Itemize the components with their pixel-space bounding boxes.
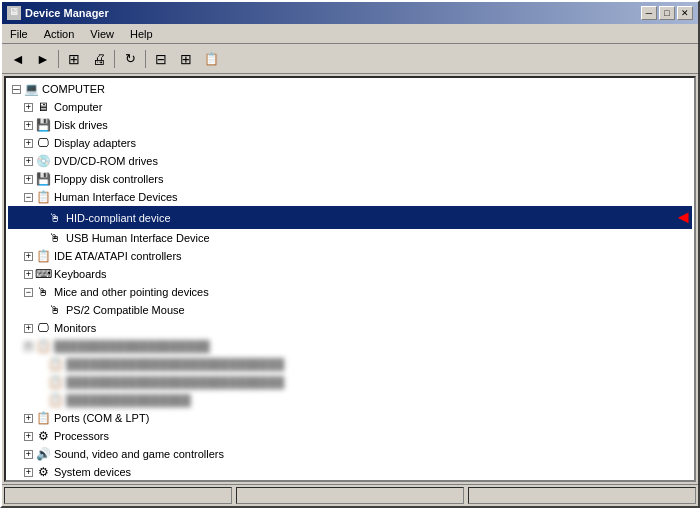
collapse-button[interactable]: ⊟ (149, 48, 173, 70)
item-icon-keyboards: ⌨ (35, 266, 51, 282)
status-pane-1 (4, 487, 232, 504)
item-icon-mice: 🖱 (35, 284, 51, 300)
status-pane-2 (236, 487, 464, 504)
tree-row-usb-hid[interactable]: 🖱USB Human Interface Device (8, 229, 692, 247)
tree-row-root[interactable]: ─ 💻 COMPUTER (8, 80, 692, 98)
tree-row-floppy[interactable]: +💾Floppy disk controllers (8, 170, 692, 188)
tree-row-usb[interactable]: +📋Universal Serial Bus controllers (8, 481, 692, 482)
expand-btn-dvd[interactable]: + (24, 157, 33, 166)
tree-item: +🔊Sound, video and game controllers (8, 445, 692, 463)
back-button[interactable]: ◄ (6, 48, 30, 70)
expand-placeholder (36, 378, 45, 387)
toolbar: ◄ ► ⊞ 🖨 ↻ ⊟ ⊞ 📋 (2, 44, 698, 74)
expand-btn-display[interactable]: + (24, 139, 33, 148)
tree-row-ps2mouse[interactable]: 🖱PS/2 Compatible Mouse (8, 301, 692, 319)
item-icon-processors: ⚙ (35, 428, 51, 444)
tree-row-hid[interactable]: −📋Human Interface Devices (8, 188, 692, 206)
expand-btn-floppy[interactable]: + (24, 175, 33, 184)
tree-item: +⚙Processors (8, 427, 692, 445)
tree-items: +🖥Computer+💾Disk drives+🖵Display adapter… (8, 98, 692, 482)
item-label-blurred2: ████████████████████████████ (66, 358, 692, 370)
tree-row-disk[interactable]: +💾Disk drives (8, 116, 692, 134)
expand-btn-ide[interactable]: + (24, 252, 33, 261)
item-label-sound: Sound, video and game controllers (54, 448, 692, 460)
maximize-button[interactable]: □ (659, 6, 675, 20)
view-tree-button[interactable]: ⊞ (62, 48, 86, 70)
tree-row-blurred4[interactable]: 📋████████████████ (8, 391, 692, 409)
device-manager-window: 🖥 Device Manager ─ □ ✕ File Action View … (0, 0, 700, 508)
item-icon-blurred2: 📋 (47, 356, 63, 372)
tree-row-keyboards[interactable]: +⌨Keyboards (8, 265, 692, 283)
expand-placeholder (36, 360, 45, 369)
expand-btn-hid[interactable]: − (24, 193, 33, 202)
tree-row-sound[interactable]: +🔊Sound, video and game controllers (8, 445, 692, 463)
tree-row-mice[interactable]: −🖱Mice and other pointing devices (8, 283, 692, 301)
expand-btn-ports[interactable]: + (24, 414, 33, 423)
item-icon-ports: 📋 (35, 410, 51, 426)
expand-btn-blurred1[interactable]: + (24, 342, 33, 351)
toolbar-separator-1 (58, 50, 59, 68)
forward-button[interactable]: ► (31, 48, 55, 70)
toolbar-separator-2 (114, 50, 115, 68)
tree-item: +⌨Keyboards (8, 265, 692, 283)
tree-item: 📋████████████████████████████ (8, 373, 692, 391)
tree-panel[interactable]: ─ 💻 COMPUTER +🖥Computer+💾Disk drives+🖵Di… (4, 76, 696, 482)
menu-help[interactable]: Help (122, 26, 161, 41)
tree-row-processors[interactable]: +⚙Processors (8, 427, 692, 445)
item-label-display: Display adapters (54, 137, 692, 149)
tree-row-monitors[interactable]: +🖵Monitors (8, 319, 692, 337)
expand-btn-mice[interactable]: − (24, 288, 33, 297)
root-expand-btn[interactable]: ─ (12, 85, 21, 94)
expand-btn-processors[interactable]: + (24, 432, 33, 441)
item-icon-sound: 🔊 (35, 446, 51, 462)
minimize-button[interactable]: ─ (641, 6, 657, 20)
tree-item: +📋IDE ATA/ATAPI controllers (8, 247, 692, 265)
tree-row-ide[interactable]: +📋IDE ATA/ATAPI controllers (8, 247, 692, 265)
root-computer-icon: 💻 (23, 81, 39, 97)
tree-row-display[interactable]: +🖵Display adapters (8, 134, 692, 152)
item-label-hid: Human Interface Devices (54, 191, 692, 203)
item-icon-ps2mouse: 🖱 (47, 302, 63, 318)
menu-view[interactable]: View (82, 26, 122, 41)
tree-row-ports[interactable]: +📋Ports (COM & LPT) (8, 409, 692, 427)
item-label-ide: IDE ATA/ATAPI controllers (54, 250, 692, 262)
tree-row-blurred1[interactable]: +📋████████████████████ (8, 337, 692, 355)
item-icon-monitors: 🖵 (35, 320, 51, 336)
tree-item: 🖱PS/2 Compatible Mouse (8, 301, 692, 319)
item-icon-usb-hid: 🖱 (47, 230, 63, 246)
expand-btn-sound[interactable]: + (24, 450, 33, 459)
close-button[interactable]: ✕ (677, 6, 693, 20)
tree-item: +📋████████████████████ (8, 337, 692, 355)
tree-row-hid-compliant[interactable]: 🖱HID-compliant device◄ (8, 206, 692, 229)
expand-btn-keyboards[interactable]: + (24, 270, 33, 279)
properties-button[interactable]: 📋 (199, 48, 223, 70)
tree-row-dvd[interactable]: +💿DVD/CD-ROM drives (8, 152, 692, 170)
expand-btn-system[interactable]: + (24, 468, 33, 477)
item-label-usb-hid: USB Human Interface Device (66, 232, 692, 244)
tree-row-computer[interactable]: +🖥Computer (8, 98, 692, 116)
root-label: COMPUTER (42, 83, 692, 95)
item-label-ports: Ports (COM & LPT) (54, 412, 692, 424)
expand-btn-computer[interactable]: + (24, 103, 33, 112)
menu-action[interactable]: Action (36, 26, 83, 41)
expand-button[interactable]: ⊞ (174, 48, 198, 70)
item-label-dvd: DVD/CD-ROM drives (54, 155, 692, 167)
item-icon-hid-compliant: 🖱 (47, 210, 63, 226)
expand-btn-disk[interactable]: + (24, 121, 33, 130)
item-icon-disk: 💾 (35, 117, 51, 133)
item-icon-dvd: 💿 (35, 153, 51, 169)
item-icon-display: 🖵 (35, 135, 51, 151)
refresh-button[interactable]: ↻ (118, 48, 142, 70)
menu-file[interactable]: File (2, 26, 36, 41)
tree-item: +📋Ports (COM & LPT) (8, 409, 692, 427)
item-icon-system: ⚙ (35, 464, 51, 480)
expand-btn-monitors[interactable]: + (24, 324, 33, 333)
tree-row-system[interactable]: +⚙System devices (8, 463, 692, 481)
tree-row-blurred2[interactable]: 📋████████████████████████████ (8, 355, 692, 373)
print-button[interactable]: 🖨 (87, 48, 111, 70)
tree-item: +💾Floppy disk controllers (8, 170, 692, 188)
item-icon-ide: 📋 (35, 248, 51, 264)
item-icon-hid: 📋 (35, 189, 51, 205)
tree-item: +🖵Monitors (8, 319, 692, 337)
tree-row-blurred3[interactable]: 📋████████████████████████████ (8, 373, 692, 391)
